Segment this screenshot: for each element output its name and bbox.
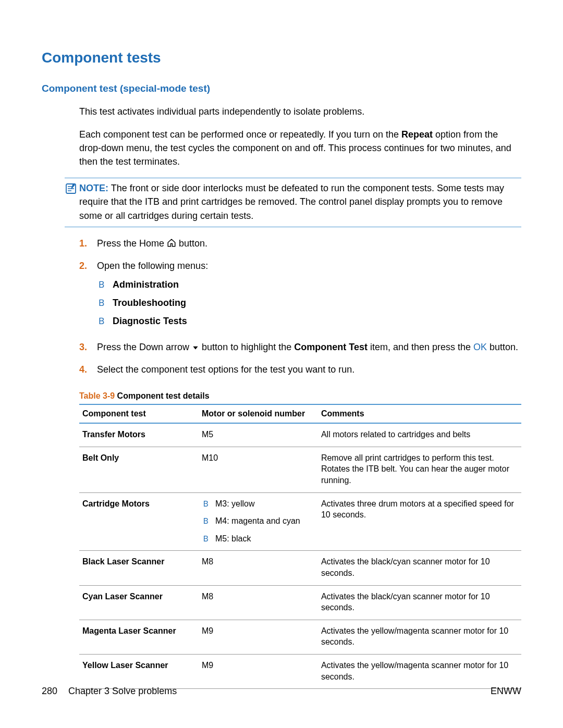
col-component-test: Component test bbox=[79, 404, 199, 423]
menu-diagnostic-label: Diagnostic Tests bbox=[113, 315, 187, 328]
cell-comments: Activates the black/cyan scanner motor f… bbox=[318, 585, 521, 620]
table-row: Black Laser ScannerM8Activates the black… bbox=[79, 551, 521, 585]
cell-component: Cyan Laser Scanner bbox=[79, 585, 199, 620]
cell-component: Transfer Motors bbox=[79, 423, 199, 447]
cell-component: Yellow Laser Scanner bbox=[79, 654, 199, 688]
bullet-icon: Ｂ bbox=[97, 278, 113, 291]
cell-comments: Activates three drum motors at a specifi… bbox=[318, 492, 521, 551]
table-row: Cyan Laser ScannerM8Activates the black/… bbox=[79, 585, 521, 620]
table-number: Table 3-9 bbox=[79, 391, 115, 400]
table-header-row: Component test Motor or solenoid number … bbox=[79, 404, 521, 423]
table-caption: Table 3-9 Component test details bbox=[79, 391, 521, 401]
menu-item-administration: Ｂ Administration bbox=[97, 278, 521, 291]
p2-part-a: Each component test can be performed onc… bbox=[79, 129, 401, 140]
cell-component: Belt Only bbox=[79, 447, 199, 492]
step-4: 4. Select the component test options for… bbox=[79, 363, 521, 377]
steps-list: 1. Press the Home button. 2. Open the fo… bbox=[79, 237, 521, 377]
heading-special-mode: Component test (special-mode test) bbox=[42, 83, 521, 94]
step-3: 3. Press the Down arrow button to highli… bbox=[79, 340, 521, 355]
menu-item-diagnostic-tests: Ｂ Diagnostic Tests bbox=[97, 315, 521, 328]
cell-component: Cartridge Motors bbox=[79, 492, 199, 551]
cell-comments: All motors related to cartridges and bel… bbox=[318, 423, 521, 447]
cell-motor: M10 bbox=[199, 447, 318, 492]
bullet-icon: Ｂ bbox=[97, 315, 113, 328]
cell-comments: Remove all print cartridges to perform t… bbox=[318, 447, 521, 492]
menu-item-troubleshooting: Ｂ Troubleshooting bbox=[97, 297, 521, 310]
table-row: Cartridge MotorsＢM3: yellowＢM4: magenta … bbox=[79, 492, 521, 551]
table-row: Belt OnlyM10Remove all print cartridges … bbox=[79, 447, 521, 492]
note-block: NOTE: The front or side door interlocks … bbox=[65, 178, 521, 227]
cell-motor: M8 bbox=[199, 551, 318, 585]
step-1-text-a: Press the Home bbox=[97, 238, 167, 249]
motor-list-item: M5: black bbox=[215, 533, 251, 545]
bullet-icon: Ｂ bbox=[202, 515, 215, 527]
step-2: 2. Open the following menus: Ｂ Administr… bbox=[79, 259, 521, 334]
footer-right: ENWW bbox=[491, 686, 521, 697]
step-3-text-a: Press the Down arrow bbox=[97, 342, 192, 352]
repeat-option-label: Repeat bbox=[401, 129, 433, 140]
cell-motor: M8 bbox=[199, 585, 318, 620]
page-footer: 280 Chapter 3 Solve problems ENWW bbox=[42, 686, 521, 697]
menu-administration-label: Administration bbox=[113, 278, 179, 291]
step-2-text: Open the following menus: bbox=[97, 261, 208, 271]
cell-component: Black Laser Scanner bbox=[79, 551, 199, 585]
table-row: Transfer MotorsM5All motors related to c… bbox=[79, 423, 521, 447]
chapter-label: Chapter 3 Solve problems bbox=[68, 686, 177, 696]
motor-list-item: M3: yellow bbox=[215, 498, 255, 510]
step-3-text-c: item, and then press the bbox=[368, 342, 473, 352]
table-row: Magenta Laser ScannerM9Activates the yel… bbox=[79, 620, 521, 654]
intro-paragraph-1: This test activates individual parts ind… bbox=[79, 105, 521, 118]
cell-comments: Activates the yellow/magenta scanner mot… bbox=[318, 620, 521, 654]
ok-button-label: OK bbox=[473, 342, 487, 352]
step-4-number: 4. bbox=[79, 363, 97, 377]
cell-motor: M9 bbox=[199, 654, 318, 688]
step-1-number: 1. bbox=[79, 237, 97, 251]
menu-list: Ｂ Administration Ｂ Troubleshooting Ｂ Dia… bbox=[97, 278, 521, 328]
step-1-text-b: button. bbox=[179, 238, 207, 249]
table-row: Yellow Laser ScannerM9Activates the yell… bbox=[79, 654, 521, 688]
table-title: Component test details bbox=[115, 391, 209, 400]
note-icon bbox=[65, 182, 77, 195]
cell-comments: Activates the yellow/magenta scanner mot… bbox=[318, 654, 521, 688]
intro-paragraph-2: Each component test can be performed onc… bbox=[79, 128, 521, 168]
note-label: NOTE: bbox=[79, 183, 108, 193]
col-comments: Comments bbox=[318, 404, 521, 423]
component-test-table: Component test Motor or solenoid number … bbox=[79, 404, 521, 689]
component-test-label: Component Test bbox=[294, 342, 368, 352]
step-3-number: 3. bbox=[79, 340, 97, 354]
col-motor-number: Motor or solenoid number bbox=[199, 404, 318, 423]
step-1: 1. Press the Home button. bbox=[79, 237, 521, 252]
home-icon bbox=[167, 238, 176, 252]
page-number: 280 bbox=[42, 686, 57, 696]
cell-motor: M9 bbox=[199, 620, 318, 654]
step-2-number: 2. bbox=[79, 259, 97, 273]
cell-motor: M5 bbox=[199, 423, 318, 447]
note-text: The front or side door interlocks must b… bbox=[79, 183, 504, 220]
step-3-text-d: button. bbox=[487, 342, 518, 352]
motor-list-item: M4: magenta and cyan bbox=[215, 515, 300, 527]
step-3-text-b: button to highlight the bbox=[202, 342, 294, 352]
bullet-icon: Ｂ bbox=[97, 297, 113, 310]
down-arrow-icon bbox=[192, 341, 199, 355]
step-4-text: Select the component test options for th… bbox=[97, 363, 521, 377]
cell-motor: ＢM3: yellowＢM4: magenta and cyanＢM5: bla… bbox=[199, 492, 318, 551]
menu-troubleshooting-label: Troubleshooting bbox=[113, 297, 186, 310]
cell-component: Magenta Laser Scanner bbox=[79, 620, 199, 654]
bullet-icon: Ｂ bbox=[202, 533, 215, 545]
bullet-icon: Ｂ bbox=[202, 498, 215, 510]
cell-comments: Activates the black/cyan scanner motor f… bbox=[318, 551, 521, 585]
heading-component-tests: Component tests bbox=[42, 50, 521, 66]
